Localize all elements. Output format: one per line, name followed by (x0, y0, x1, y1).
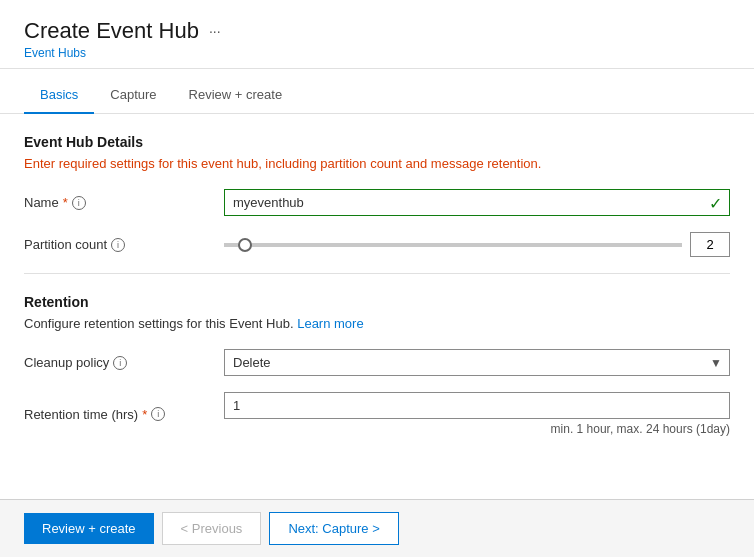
tab-review-create[interactable]: Review + create (173, 77, 299, 114)
tab-basics[interactable]: Basics (24, 77, 94, 114)
tab-capture[interactable]: Capture (94, 77, 172, 114)
page-header: Create Event Hub ··· Event Hubs (0, 0, 754, 69)
partition-info-icon[interactable]: i (111, 238, 125, 252)
retention-time-label: Retention time (hrs) * i (24, 407, 224, 422)
event-hub-details-desc: Enter required settings for this event h… (24, 156, 730, 171)
cleanup-policy-label: Cleanup policy i (24, 355, 224, 370)
retention-time-input-container: min. 1 hour, max. 24 hours (1day) (224, 392, 730, 436)
name-valid-icon: ✓ (709, 193, 722, 212)
cleanup-policy-select[interactable]: Delete Compact (224, 349, 730, 376)
retention-hint: min. 1 hour, max. 24 hours (1day) (224, 422, 730, 436)
name-row: Name * i ✓ (24, 189, 730, 216)
section-divider (24, 273, 730, 274)
partition-value-input[interactable] (690, 232, 730, 257)
retention-section: Retention Configure retention settings f… (24, 294, 730, 436)
name-info-icon[interactable]: i (72, 196, 86, 210)
content-area: Event Hub Details Enter required setting… (0, 114, 754, 472)
retention-time-info-icon[interactable]: i (151, 407, 165, 421)
name-input[interactable] (224, 189, 730, 216)
previous-button[interactable]: < Previous (162, 512, 262, 545)
event-hub-details-title: Event Hub Details (24, 134, 730, 150)
cleanup-policy-select-container: Delete Compact ▼ (224, 349, 730, 376)
partition-count-row: Partition count i (24, 232, 730, 257)
review-create-button[interactable]: Review + create (24, 513, 154, 544)
retention-desc: Configure retention settings for this Ev… (24, 316, 730, 331)
cleanup-policy-row: Cleanup policy i Delete Compact ▼ (24, 349, 730, 376)
breadcrumb[interactable]: Event Hubs (24, 46, 730, 60)
ellipsis-icon[interactable]: ··· (209, 23, 221, 39)
retention-time-row: Retention time (hrs) * i min. 1 hour, ma… (24, 392, 730, 436)
partition-slider[interactable] (224, 243, 682, 247)
footer: Review + create < Previous Next: Capture… (0, 499, 754, 557)
retention-time-input[interactable] (224, 392, 730, 419)
retention-title: Retention (24, 294, 730, 310)
retention-required: * (142, 407, 147, 422)
name-label: Name * i (24, 195, 224, 210)
tabs-row: Basics Capture Review + create (0, 77, 754, 114)
partition-slider-container (224, 232, 730, 257)
name-input-container: ✓ (224, 189, 730, 216)
cleanup-policy-info-icon[interactable]: i (113, 356, 127, 370)
partition-count-label: Partition count i (24, 237, 224, 252)
name-required: * (63, 195, 68, 210)
learn-more-link[interactable]: Learn more (297, 316, 363, 331)
page-title: Create Event Hub (24, 18, 199, 44)
next-capture-button[interactable]: Next: Capture > (269, 512, 398, 545)
